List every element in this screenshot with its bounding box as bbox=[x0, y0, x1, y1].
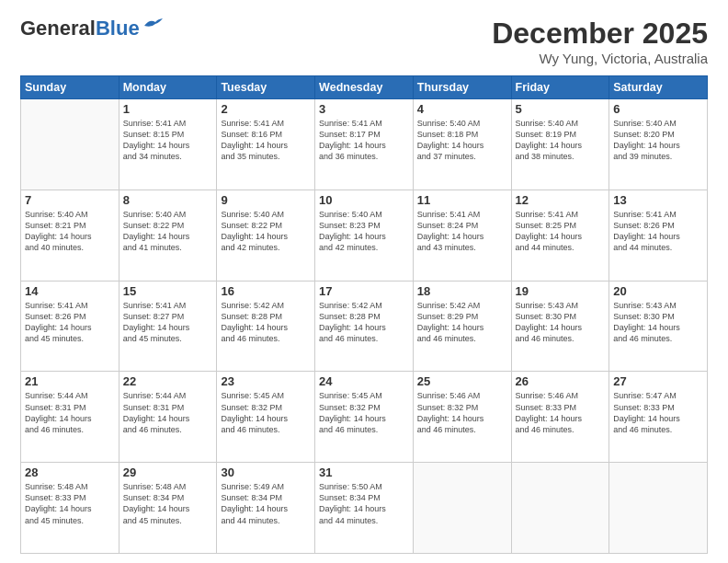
day-number: 8 bbox=[123, 193, 213, 207]
calendar-cell: 23Sunrise: 5:45 AMSunset: 8:32 PMDayligh… bbox=[217, 372, 315, 463]
day-info: Sunrise: 5:41 AMSunset: 8:25 PMDaylight:… bbox=[516, 209, 606, 254]
calendar-cell: 1Sunrise: 5:41 AMSunset: 8:15 PMDaylight… bbox=[119, 99, 217, 190]
day-info: Sunrise: 5:41 AMSunset: 8:24 PMDaylight:… bbox=[417, 209, 507, 254]
day-info: Sunrise: 5:41 AMSunset: 8:16 PMDaylight:… bbox=[221, 118, 311, 163]
calendar-cell: 5Sunrise: 5:40 AMSunset: 8:19 PMDaylight… bbox=[511, 99, 609, 190]
day-number: 24 bbox=[319, 374, 409, 388]
calendar-cell bbox=[21, 99, 119, 190]
calendar-cell: 30Sunrise: 5:49 AMSunset: 8:34 PMDayligh… bbox=[217, 463, 315, 554]
day-info: Sunrise: 5:40 AMSunset: 8:21 PMDaylight:… bbox=[25, 209, 115, 254]
calendar-cell: 19Sunrise: 5:43 AMSunset: 8:30 PMDayligh… bbox=[511, 281, 609, 372]
day-info: Sunrise: 5:44 AMSunset: 8:31 PMDaylight:… bbox=[123, 390, 213, 435]
day-number: 25 bbox=[417, 374, 507, 388]
day-info: Sunrise: 5:40 AMSunset: 8:22 PMDaylight:… bbox=[123, 209, 213, 254]
calendar-cell: 18Sunrise: 5:42 AMSunset: 8:29 PMDayligh… bbox=[413, 281, 511, 372]
calendar-week-row: 7Sunrise: 5:40 AMSunset: 8:21 PMDaylight… bbox=[21, 190, 708, 281]
calendar-cell: 3Sunrise: 5:41 AMSunset: 8:17 PMDaylight… bbox=[315, 99, 414, 190]
calendar-cell: 21Sunrise: 5:44 AMSunset: 8:31 PMDayligh… bbox=[21, 372, 119, 463]
weekday-header: Friday bbox=[511, 76, 609, 99]
page: GeneralBlue December 2025 Wy Yung, Victo… bbox=[0, 0, 728, 563]
calendar-cell: 29Sunrise: 5:48 AMSunset: 8:34 PMDayligh… bbox=[119, 463, 217, 554]
day-number: 30 bbox=[221, 465, 311, 479]
logo-bird-icon bbox=[142, 18, 163, 33]
calendar-cell: 8Sunrise: 5:40 AMSunset: 8:22 PMDaylight… bbox=[119, 190, 217, 281]
day-number: 18 bbox=[417, 284, 507, 298]
calendar-cell: 11Sunrise: 5:41 AMSunset: 8:24 PMDayligh… bbox=[413, 190, 511, 281]
calendar-cell: 27Sunrise: 5:47 AMSunset: 8:33 PMDayligh… bbox=[609, 372, 708, 463]
day-number: 4 bbox=[417, 102, 507, 116]
calendar-cell: 26Sunrise: 5:46 AMSunset: 8:33 PMDayligh… bbox=[511, 372, 609, 463]
calendar-cell: 28Sunrise: 5:48 AMSunset: 8:33 PMDayligh… bbox=[21, 463, 119, 554]
calendar-week-row: 28Sunrise: 5:48 AMSunset: 8:33 PMDayligh… bbox=[21, 463, 708, 554]
day-number: 6 bbox=[613, 102, 703, 116]
calendar-cell: 13Sunrise: 5:41 AMSunset: 8:26 PMDayligh… bbox=[609, 190, 708, 281]
day-info: Sunrise: 5:48 AMSunset: 8:34 PMDaylight:… bbox=[123, 481, 213, 526]
day-info: Sunrise: 5:40 AMSunset: 8:22 PMDaylight:… bbox=[221, 209, 311, 254]
weekday-header: Sunday bbox=[21, 76, 119, 99]
day-number: 28 bbox=[25, 465, 115, 479]
day-info: Sunrise: 5:44 AMSunset: 8:31 PMDaylight:… bbox=[25, 390, 115, 435]
calendar-cell: 15Sunrise: 5:41 AMSunset: 8:27 PMDayligh… bbox=[119, 281, 217, 372]
day-info: Sunrise: 5:40 AMSunset: 8:18 PMDaylight:… bbox=[417, 118, 507, 163]
calendar-table: SundayMondayTuesdayWednesdayThursdayFrid… bbox=[20, 75, 708, 554]
day-info: Sunrise: 5:42 AMSunset: 8:28 PMDaylight:… bbox=[221, 300, 311, 345]
day-info: Sunrise: 5:42 AMSunset: 8:29 PMDaylight:… bbox=[417, 300, 507, 345]
day-info: Sunrise: 5:41 AMSunset: 8:26 PMDaylight:… bbox=[25, 300, 115, 345]
calendar-cell: 6Sunrise: 5:40 AMSunset: 8:20 PMDaylight… bbox=[609, 99, 708, 190]
day-number: 13 bbox=[613, 193, 703, 207]
day-info: Sunrise: 5:50 AMSunset: 8:34 PMDaylight:… bbox=[319, 481, 409, 526]
month-title: December 2025 bbox=[492, 17, 708, 51]
calendar-cell: 9Sunrise: 5:40 AMSunset: 8:22 PMDaylight… bbox=[217, 190, 315, 281]
title-block: December 2025 Wy Yung, Victoria, Austral… bbox=[492, 17, 708, 66]
day-info: Sunrise: 5:46 AMSunset: 8:33 PMDaylight:… bbox=[516, 390, 606, 435]
calendar-cell: 25Sunrise: 5:46 AMSunset: 8:32 PMDayligh… bbox=[413, 372, 511, 463]
calendar-week-row: 14Sunrise: 5:41 AMSunset: 8:26 PMDayligh… bbox=[21, 281, 708, 372]
day-info: Sunrise: 5:49 AMSunset: 8:34 PMDaylight:… bbox=[221, 481, 311, 526]
day-number: 29 bbox=[123, 465, 213, 479]
calendar-cell: 10Sunrise: 5:40 AMSunset: 8:23 PMDayligh… bbox=[315, 190, 414, 281]
calendar-cell: 31Sunrise: 5:50 AMSunset: 8:34 PMDayligh… bbox=[315, 463, 414, 554]
day-info: Sunrise: 5:48 AMSunset: 8:33 PMDaylight:… bbox=[25, 481, 115, 526]
calendar-cell bbox=[413, 463, 511, 554]
day-info: Sunrise: 5:45 AMSunset: 8:32 PMDaylight:… bbox=[221, 390, 311, 435]
day-info: Sunrise: 5:41 AMSunset: 8:26 PMDaylight:… bbox=[613, 209, 703, 254]
day-info: Sunrise: 5:40 AMSunset: 8:19 PMDaylight:… bbox=[516, 118, 606, 163]
calendar-header-row: SundayMondayTuesdayWednesdayThursdayFrid… bbox=[21, 76, 708, 99]
calendar-cell: 4Sunrise: 5:40 AMSunset: 8:18 PMDaylight… bbox=[413, 99, 511, 190]
day-info: Sunrise: 5:41 AMSunset: 8:27 PMDaylight:… bbox=[123, 300, 213, 345]
calendar-cell: 24Sunrise: 5:45 AMSunset: 8:32 PMDayligh… bbox=[315, 372, 414, 463]
day-number: 11 bbox=[417, 193, 507, 207]
calendar-cell: 7Sunrise: 5:40 AMSunset: 8:21 PMDaylight… bbox=[21, 190, 119, 281]
day-number: 23 bbox=[221, 374, 311, 388]
day-number: 1 bbox=[123, 102, 213, 116]
day-number: 14 bbox=[25, 284, 115, 298]
day-number: 21 bbox=[25, 374, 115, 388]
day-number: 3 bbox=[319, 102, 409, 116]
calendar-cell: 16Sunrise: 5:42 AMSunset: 8:28 PMDayligh… bbox=[217, 281, 315, 372]
calendar-cell bbox=[609, 463, 708, 554]
day-number: 22 bbox=[123, 374, 213, 388]
day-number: 9 bbox=[221, 193, 311, 207]
header: GeneralBlue December 2025 Wy Yung, Victo… bbox=[20, 17, 708, 66]
day-number: 5 bbox=[516, 102, 606, 116]
day-info: Sunrise: 5:41 AMSunset: 8:15 PMDaylight:… bbox=[123, 118, 213, 163]
day-number: 7 bbox=[25, 193, 115, 207]
day-info: Sunrise: 5:45 AMSunset: 8:32 PMDaylight:… bbox=[319, 390, 409, 435]
calendar-cell: 20Sunrise: 5:43 AMSunset: 8:30 PMDayligh… bbox=[609, 281, 708, 372]
day-number: 17 bbox=[319, 284, 409, 298]
day-info: Sunrise: 5:42 AMSunset: 8:28 PMDaylight:… bbox=[319, 300, 409, 345]
weekday-header: Wednesday bbox=[315, 76, 414, 99]
calendar-cell: 22Sunrise: 5:44 AMSunset: 8:31 PMDayligh… bbox=[119, 372, 217, 463]
day-number: 16 bbox=[221, 284, 311, 298]
calendar-cell: 14Sunrise: 5:41 AMSunset: 8:26 PMDayligh… bbox=[21, 281, 119, 372]
day-info: Sunrise: 5:40 AMSunset: 8:20 PMDaylight:… bbox=[613, 118, 703, 163]
day-info: Sunrise: 5:43 AMSunset: 8:30 PMDaylight:… bbox=[516, 300, 606, 345]
logo: GeneralBlue bbox=[20, 17, 163, 40]
calendar-cell: 17Sunrise: 5:42 AMSunset: 8:28 PMDayligh… bbox=[315, 281, 414, 372]
day-number: 15 bbox=[123, 284, 213, 298]
day-info: Sunrise: 5:46 AMSunset: 8:32 PMDaylight:… bbox=[417, 390, 507, 435]
day-info: Sunrise: 5:41 AMSunset: 8:17 PMDaylight:… bbox=[319, 118, 409, 163]
calendar-cell bbox=[511, 463, 609, 554]
day-number: 20 bbox=[613, 284, 703, 298]
day-info: Sunrise: 5:47 AMSunset: 8:33 PMDaylight:… bbox=[613, 390, 703, 435]
